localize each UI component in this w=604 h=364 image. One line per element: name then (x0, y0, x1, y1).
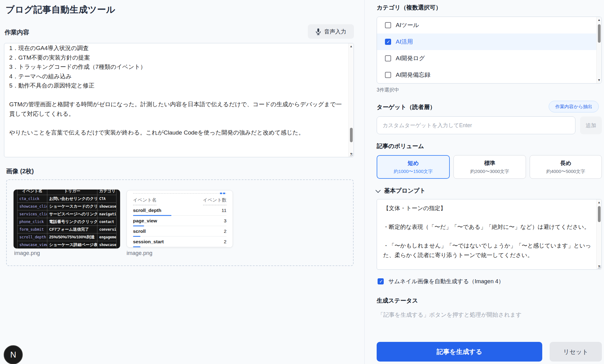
volume-section-label: 記事のボリューム (377, 142, 424, 150)
events-table-image: イベント名 トリガー カテゴリ cta_clickお問い合わせリンクのクリックC… (17, 190, 116, 249)
table-row: showcase_viewショーケース詳細ページ表示showcase (18, 241, 116, 249)
prompt-section-label: 基本プロンプト (384, 187, 426, 195)
work-content-label: 作業内容 (5, 28, 29, 37)
table-row: form_submitCF7フォーム送信完了conversion (18, 226, 116, 233)
list-item: page_view3 (133, 216, 226, 226)
checkbox-icon[interactable] (385, 22, 391, 28)
category-section-label: カテゴリ（複数選択可） (377, 4, 441, 12)
scrollbar-thumb[interactable] (350, 128, 353, 142)
reset-button[interactable]: リセット (550, 342, 602, 362)
t1-header: トリガー (47, 190, 97, 195)
base-prompt-textarea[interactable]: 【文体・トーンの指定】 ・断定的な表現（「〜だ」「〜である」「絶対に〜」など）は… (377, 199, 602, 270)
category-listbox[interactable]: AIツール AI活用 AI開発ログ AI開発備忘録 ▲ ▼ (377, 17, 602, 84)
scroll-up-icon[interactable]: ▲ (349, 44, 354, 49)
target-section-label: ターゲット（読者層） (377, 103, 436, 111)
list-item: scroll2 (133, 226, 226, 237)
status-section-label: 生成ステータス (377, 297, 418, 305)
list-item: scroll_depth11 (133, 205, 226, 216)
images-section-label: 画像 (2枚) (6, 167, 34, 175)
work-content-text: 1．現在のGA4導入状況の調査 2．GTM不要の実装方針の提案 3．トラッキング… (4, 43, 348, 141)
thumbnail-generate-option[interactable]: サムネイル画像を自動生成する（Imagen 4） (378, 277, 504, 285)
image-filename-1: image.png (14, 250, 40, 256)
table-row: cta_clickお問い合わせリンクのクリックCTA (18, 195, 116, 203)
resize-grip-icon[interactable] (597, 265, 601, 269)
list-item: session_start2 (133, 237, 226, 247)
image-thumbnail-1[interactable]: イベント名 トリガー カテゴリ cta_clickお問い合わせリンクのクリックC… (14, 190, 120, 249)
image-thumbnail-2[interactable]: イベント名 イベント数 scroll_depth11 page_view3 sc… (127, 190, 233, 248)
t2-header-count: イベント数 (203, 197, 226, 205)
t1-header: カテゴリ (97, 190, 116, 195)
status-message: 「記事を生成する」ボタンを押すと処理が開始されます (378, 311, 522, 319)
voice-input-button[interactable]: 音声入力 (308, 24, 354, 39)
scroll-down-icon[interactable]: ▼ (597, 78, 602, 83)
checkbox-icon[interactable] (385, 72, 391, 78)
t1-header: イベント名 (18, 190, 47, 195)
chevron-down-icon (375, 188, 381, 193)
checkbox-checked-icon[interactable] (378, 278, 384, 284)
add-target-button[interactable]: 追加 (580, 116, 602, 134)
prompt-collapse-toggle[interactable]: 基本プロンプト (377, 187, 426, 195)
table-row: phone_click電話番号リンクのクリックcontact (18, 218, 116, 226)
page-title: ブログ記事自動生成ツール (6, 4, 115, 16)
nextjs-dev-badge[interactable]: N (4, 345, 23, 364)
base-prompt-text: 【文体・トーンの指定】 ・断定的な表現（「〜だ」「〜である」「絶対に〜」など）は… (377, 199, 596, 264)
resize-grip-icon[interactable] (349, 152, 353, 157)
category-scrollbar[interactable]: ▲ ▼ (596, 17, 602, 83)
category-option-ai-katsuyo[interactable]: AI活用 (377, 33, 596, 50)
category-option-ai-memo[interactable]: AI開発備忘録 (377, 67, 596, 83)
extract-from-work-button[interactable]: 作業内容から抽出 (549, 101, 599, 112)
voice-input-label: 音声入力 (324, 28, 346, 35)
custom-target-input[interactable] (377, 116, 575, 134)
volume-option-long[interactable]: 長め 約4000〜5000文字 (530, 155, 602, 179)
image-filename-2: image.png (127, 250, 152, 256)
category-option-ai-devlog[interactable]: AI開発ログ (377, 50, 596, 67)
bar (133, 246, 140, 247)
work-scrollbar[interactable]: ▲ ▼ (348, 43, 354, 157)
scroll-up-icon[interactable]: ▲ (597, 18, 602, 22)
t2-header-name: イベント名 (133, 197, 156, 205)
thumbnail-option-label: サムネイル画像を自動生成する（Imagen 4） (388, 277, 504, 285)
prompt-scrollbar[interactable]: ▲ ▼ (596, 199, 602, 269)
scrollbar-thumb[interactable] (598, 206, 601, 222)
microphone-icon (316, 28, 321, 35)
table-row: scroll_depth25%/50%/75%/100%到達engagement (18, 233, 116, 241)
volume-option-standard[interactable]: 標準 約2000〜3000文字 (453, 155, 526, 179)
scrollbar-thumb[interactable] (598, 24, 601, 43)
generate-article-button[interactable]: 記事を生成する (377, 342, 542, 362)
checkbox-icon[interactable] (385, 55, 391, 61)
table-row: showcase_clickショーケースカードのクリックshowcase (18, 203, 116, 210)
selected-count: 3件選択中 (377, 87, 399, 93)
clipped-table-edge (133, 193, 226, 194)
table-row: services_clickサービスページへのリンクnavigation (18, 210, 116, 218)
category-option-ai-tool[interactable]: AIツール (377, 17, 596, 33)
volume-option-short[interactable]: 短め 約1000〜1500文字 (377, 155, 450, 179)
scroll-up-icon[interactable]: ▲ (597, 200, 602, 205)
panel-divider (364, 0, 365, 364)
checkbox-checked-icon[interactable] (385, 39, 391, 45)
work-content-textarea[interactable]: 1．現在のGA4導入状況の調査 2．GTM不要の実装方針の提案 3．トラッキング… (4, 43, 354, 157)
